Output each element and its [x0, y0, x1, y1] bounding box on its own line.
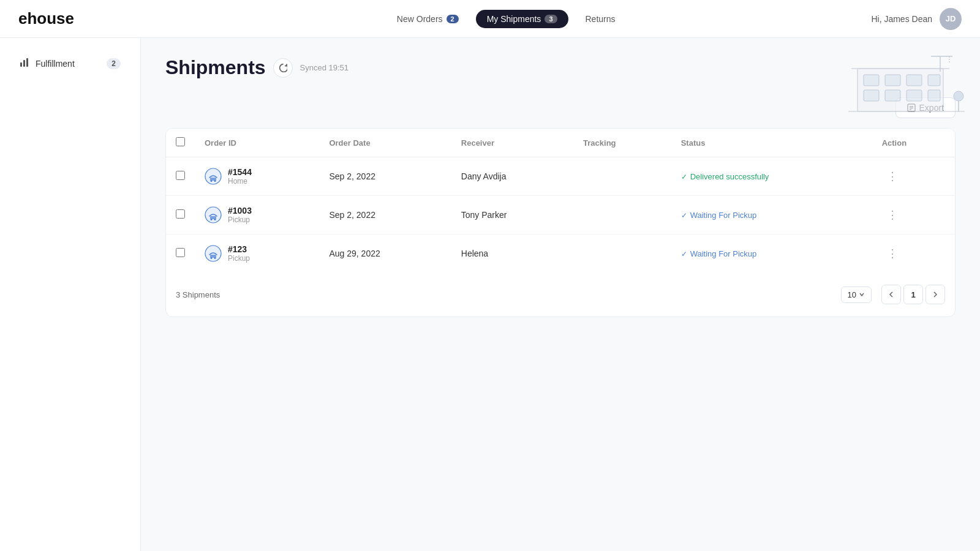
nav-new-orders-count: 2 [447, 15, 459, 23]
svg-point-25 [211, 180, 213, 182]
col-status: Status [671, 129, 872, 157]
table-row: #123 Pickup Aug 29, 2022Helena ✓ Waiting… [166, 234, 955, 273]
pagination-row: 3 Shipments 10 1 [166, 272, 955, 317]
row-checkbox[interactable] [176, 248, 185, 257]
chevron-right-icon [933, 291, 938, 298]
prev-page-button[interactable] [881, 285, 901, 304]
row-action-button[interactable]: ⋮ [882, 244, 903, 263]
shipments-table: Order ID Order Date Receiver Tracking St… [165, 128, 956, 317]
svg-point-23 [205, 168, 221, 184]
order-id: #1003 [228, 206, 252, 216]
svg-rect-8 [928, 75, 940, 86]
top-navigation: ehouse New Orders 2 My Shipments 3 Retur… [0, 0, 980, 38]
page-navigation: 1 [881, 285, 945, 304]
check-icon: ✓ [681, 211, 687, 220]
per-page-select[interactable]: 10 [841, 287, 872, 303]
chevron-left-icon [889, 291, 894, 298]
shipment-count: 3 Shipments [176, 290, 220, 299]
per-page-value: 10 [848, 290, 856, 299]
receiver-name: Dany Avdija [451, 157, 573, 196]
bar-chart-icon [20, 58, 29, 69]
nav-my-shipments-count: 3 [545, 15, 557, 23]
tracking-number [573, 196, 671, 234]
col-receiver: Receiver [451, 129, 573, 157]
order-info: #1003 Pickup [228, 206, 252, 224]
tracking-number [573, 157, 671, 196]
order-type: Pickup [228, 216, 252, 224]
select-all-checkbox[interactable] [176, 137, 185, 146]
sidebar-item-label: Fulfillment [36, 59, 75, 69]
page-header: Shipments Synced 19:51 [165, 56, 956, 79]
col-order-id: Order ID [195, 129, 319, 157]
nav-new-orders[interactable]: New Orders 2 [386, 10, 470, 28]
page-title: Shipments [165, 56, 266, 79]
current-page: 1 [903, 285, 923, 304]
order-type: Home [228, 177, 252, 186]
svg-rect-12 [928, 90, 940, 101]
order-date: Sep 2, 2022 [319, 196, 451, 234]
status-text: Waiting For Pickup [690, 249, 757, 258]
svg-point-33 [211, 257, 213, 259]
nav-my-shipments[interactable]: My Shipments 3 [476, 10, 568, 28]
row-action-button[interactable]: ⋮ [882, 167, 903, 186]
order-id: #1544 [228, 167, 252, 177]
status-badge: ✓ Delivered successfully [681, 172, 769, 181]
next-page-button[interactable] [925, 285, 945, 304]
svg-rect-1 [23, 60, 25, 67]
toolbar: Export [165, 97, 956, 118]
svg-point-34 [214, 257, 216, 259]
svg-point-26 [214, 180, 216, 182]
order-cell: #1544 Home [205, 167, 309, 186]
svg-point-15 [954, 91, 963, 101]
order-type: Pickup [228, 254, 250, 263]
svg-rect-7 [907, 75, 922, 86]
order-date: Aug 29, 2022 [319, 234, 451, 273]
order-date: Sep 2, 2022 [319, 157, 451, 196]
col-action: Action [872, 129, 955, 157]
check-icon: ✓ [681, 250, 687, 258]
table-header-row: Order ID Order Date Receiver Tracking St… [166, 129, 955, 157]
order-cell: #1003 Pickup [205, 206, 309, 224]
sidebar-item-fulfillment[interactable]: Fulfillment 2 [7, 51, 133, 75]
svg-point-29 [211, 219, 213, 220]
greeting-text: Hi, James Dean [871, 14, 932, 24]
sidebar-badge: 2 [107, 58, 121, 69]
delivery-icon [205, 168, 222, 185]
svg-point-31 [205, 246, 221, 261]
row-action-button[interactable]: ⋮ [882, 206, 903, 224]
avatar[interactable]: JD [940, 8, 962, 30]
sidebar: Fulfillment 2 [0, 0, 141, 551]
col-tracking: Tracking [573, 129, 671, 157]
row-checkbox[interactable] [176, 209, 185, 219]
svg-rect-2 [26, 58, 28, 67]
status-text: Waiting For Pickup [690, 211, 757, 220]
status-badge: ✓ Waiting For Pickup [681, 211, 757, 220]
main-content: Shipments Synced 19:51 Export [141, 38, 980, 551]
order-id: #123 [228, 244, 250, 254]
refresh-button[interactable] [273, 58, 293, 78]
tracking-number [573, 234, 671, 273]
svg-rect-9 [864, 90, 879, 101]
check-icon: ✓ [681, 173, 687, 181]
logo: ehouse [18, 9, 141, 28]
nav-my-shipments-label: My Shipments [487, 14, 541, 24]
row-checkbox[interactable] [176, 171, 185, 180]
order-info: #123 Pickup [228, 244, 250, 263]
nav-returns[interactable]: Returns [575, 10, 627, 28]
table-row: #1544 Home Sep 2, 2022Dany Avdija ✓ Deli… [166, 157, 955, 196]
nav-right: Hi, James Dean JD [871, 8, 962, 30]
svg-rect-6 [885, 75, 900, 86]
receiver-name: Helena [451, 234, 573, 273]
status-text: Delivered successfully [690, 172, 769, 181]
table-row: #1003 Pickup Sep 2, 2022Tony Parker ✓ Wa… [166, 196, 955, 234]
svg-rect-10 [885, 90, 900, 101]
status-badge: ✓ Waiting For Pickup [681, 249, 757, 258]
svg-rect-5 [864, 75, 879, 86]
svg-point-27 [205, 207, 221, 223]
sync-label: Synced 19:51 [300, 63, 349, 72]
svg-point-30 [214, 219, 216, 220]
svg-rect-11 [907, 90, 922, 101]
col-order-date: Order Date [319, 129, 451, 157]
svg-rect-0 [20, 62, 22, 67]
chevron-down-icon [859, 291, 865, 298]
